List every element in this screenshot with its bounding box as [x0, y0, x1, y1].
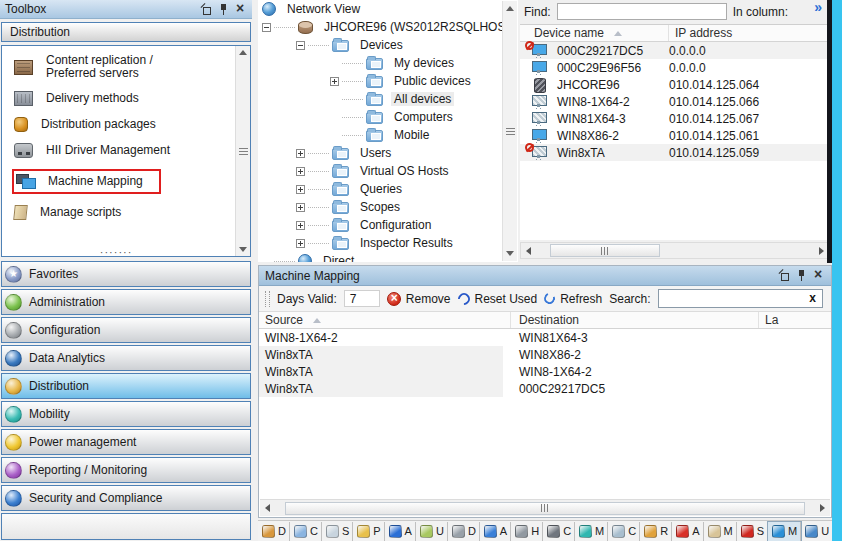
tree-item-all-devices[interactable]: All devices	[258, 90, 518, 108]
expand-icon[interactable]	[296, 149, 305, 158]
tool-tab-11[interactable]: C	[608, 522, 640, 541]
remove-button[interactable]: Remove	[387, 292, 451, 306]
toolbox-scrollbar[interactable]	[235, 46, 250, 256]
clear-search-icon[interactable]: x	[809, 291, 816, 305]
tool-tab-14[interactable]: M	[704, 522, 737, 541]
scroll-down-icon[interactable]	[239, 247, 247, 256]
chevron-more-icon[interactable]: »	[814, 0, 822, 15]
tree-item-queries[interactable]: Queries	[258, 180, 518, 198]
device-name-column-header[interactable]: Device name	[520, 25, 669, 41]
tree-item-configuration[interactable]: Configuration	[258, 216, 518, 234]
toolbox-item-delivery-methods[interactable]: Delivery methods	[14, 91, 230, 106]
sidebar-section-distribution[interactable]: Distribution	[1, 373, 251, 399]
expand-icon[interactable]	[296, 185, 305, 194]
ip-address-column-header[interactable]: IP address	[669, 25, 830, 41]
tool-tab-10[interactable]: M	[575, 522, 608, 541]
scroll-right-icon[interactable]	[820, 504, 829, 512]
tool-tab-12[interactable]: R	[640, 522, 672, 541]
undock-icon[interactable]	[778, 270, 789, 281]
tool-tab-8[interactable]: H	[511, 522, 543, 541]
toolbox-item-content-replication-preferred-servers[interactable]: Content replication / Preferred servers	[14, 54, 230, 80]
expand-icon[interactable]	[330, 77, 339, 86]
days-valid-input[interactable]: 7	[344, 290, 380, 307]
collapse-icon[interactable]	[296, 41, 305, 50]
device-row-000c29e96f56[interactable]: 000C29E96F560.0.0.0	[520, 59, 830, 76]
scroll-left-icon[interactable]	[261, 504, 270, 512]
refresh-button[interactable]: Refresh	[544, 292, 602, 306]
pin-icon[interactable]	[796, 270, 807, 281]
scroll-grip[interactable]	[506, 127, 515, 135]
tree-item-direct[interactable]: Direct	[258, 252, 518, 262]
distribution-section-header[interactable]: Distribution	[1, 22, 251, 42]
reset-used-button[interactable]: Reset Used	[458, 292, 538, 306]
mapping-row[interactable]: WIN8-1X64-2WIN81X64-3	[259, 329, 831, 346]
tool-tab-9[interactable]: C	[543, 522, 575, 541]
expand-icon[interactable]	[296, 203, 305, 212]
tree-item-network-view[interactable]: Network View	[258, 0, 518, 18]
tree-item-public-devices[interactable]: Public devices	[258, 72, 518, 90]
tree-item-computers[interactable]: Computers	[258, 108, 518, 126]
tree-item-inspector-results[interactable]: Inspector Results	[258, 234, 518, 252]
close-icon[interactable]	[814, 270, 825, 281]
tool-tab-5[interactable]: U	[416, 522, 448, 541]
tree-scrollbar[interactable]	[502, 1, 517, 261]
tree-item-users[interactable]: Users	[258, 144, 518, 162]
tool-tab-17[interactable]: U	[801, 522, 832, 541]
toolbox-item-distribution-packages[interactable]: Distribution packages	[14, 117, 230, 132]
tool-tab-6[interactable]: D	[448, 522, 480, 541]
search-input[interactable]: x	[658, 289, 823, 308]
tree-item-jhcore96-ws2012r2sqlhost[interactable]: JHCORE96 (WS2012R2SQLHOST)	[258, 18, 518, 36]
device-row-win8x86-2[interactable]: WIN8X86-2010.014.125.061	[520, 127, 830, 144]
sidebar-section-power-management[interactable]: Power management	[1, 429, 251, 455]
tool-tab-2[interactable]: S	[322, 522, 353, 541]
sidebar-section-administration[interactable]: Administration	[1, 289, 251, 315]
sidebar-section-security-and-compliance[interactable]: Security and Compliance	[1, 485, 251, 511]
tool-tab-15[interactable]: S	[737, 522, 768, 541]
toolbox-item-hii-driver-management[interactable]: HII Driver Management	[14, 143, 230, 158]
sidebar-section-configuration[interactable]: Configuration	[1, 317, 251, 343]
scroll-down-icon[interactable]	[506, 251, 514, 260]
device-row-000c29217dc5[interactable]: 000C29217DC50.0.0.0	[520, 42, 830, 59]
tree-item-virtual-os-hosts[interactable]: Virtual OS Hosts	[258, 162, 518, 180]
sidebar-section-mobility[interactable]: Mobility	[1, 401, 251, 427]
sidebar-section-favorites[interactable]: Favorites	[1, 261, 251, 287]
device-row-win81x64-3[interactable]: WIN81X64-3010.014.125.067	[520, 110, 830, 127]
device-row-win8-1x64-2[interactable]: WIN8-1X64-2010.014.125.066	[520, 93, 830, 110]
expand-icon[interactable]	[296, 167, 305, 176]
mapping-horizontal-scrollbar[interactable]	[260, 499, 830, 516]
mapping-row[interactable]: Win8xTAWIN8X86-2	[259, 346, 831, 363]
sidebar-section-reporting-monitoring[interactable]: Reporting / Monitoring	[1, 457, 251, 483]
scroll-up-icon[interactable]	[239, 46, 247, 55]
pin-icon[interactable]	[218, 4, 229, 15]
device-horizontal-scrollbar[interactable]	[520, 242, 830, 259]
toolbox-item-manage-scripts[interactable]: Manage scripts	[14, 205, 230, 220]
scroll-up-icon[interactable]	[506, 2, 514, 11]
scroll-thumb[interactable]	[550, 244, 660, 257]
expand-icon[interactable]	[296, 239, 305, 248]
source-column-header[interactable]: Source	[259, 312, 511, 328]
mapping-row[interactable]: Win8xTA000C29217DC5	[259, 380, 831, 397]
tool-tab-4[interactable]: A	[385, 522, 416, 541]
device-row-win8xta[interactable]: Win8xTA010.014.125.059	[520, 144, 830, 161]
tree-item-devices[interactable]: Devices	[258, 36, 518, 54]
sidebar-section-data-analytics[interactable]: Data Analytics	[1, 345, 251, 371]
collapse-icon[interactable]	[262, 23, 271, 32]
destination-column-header[interactable]: Destination	[511, 312, 759, 328]
toolbar-grip[interactable]	[265, 291, 270, 307]
scroll-left-icon[interactable]	[522, 247, 531, 255]
tool-tab-0[interactable]: D	[258, 522, 290, 541]
tree-item-scopes[interactable]: Scopes	[258, 198, 518, 216]
tool-tab-1[interactable]: C	[290, 522, 322, 541]
tool-tab-7[interactable]: A	[480, 522, 511, 541]
tool-tab-16[interactable]: M	[768, 522, 801, 541]
scroll-thumb[interactable]	[285, 502, 805, 515]
find-input[interactable]	[557, 3, 727, 20]
toolbox-item-machine-mapping[interactable]: Machine Mapping	[14, 169, 230, 194]
tree-item-mobile[interactable]: Mobile	[258, 126, 518, 144]
tool-tab-3[interactable]: P	[353, 522, 384, 541]
mapping-row[interactable]: Win8xTAWIN8-1X64-2	[259, 363, 831, 380]
device-row-jhcore96[interactable]: JHCORE96010.014.125.064	[520, 76, 830, 93]
tool-tab-13[interactable]: A	[672, 522, 703, 541]
undock-icon[interactable]	[200, 4, 211, 15]
scroll-grip[interactable]	[239, 147, 248, 155]
